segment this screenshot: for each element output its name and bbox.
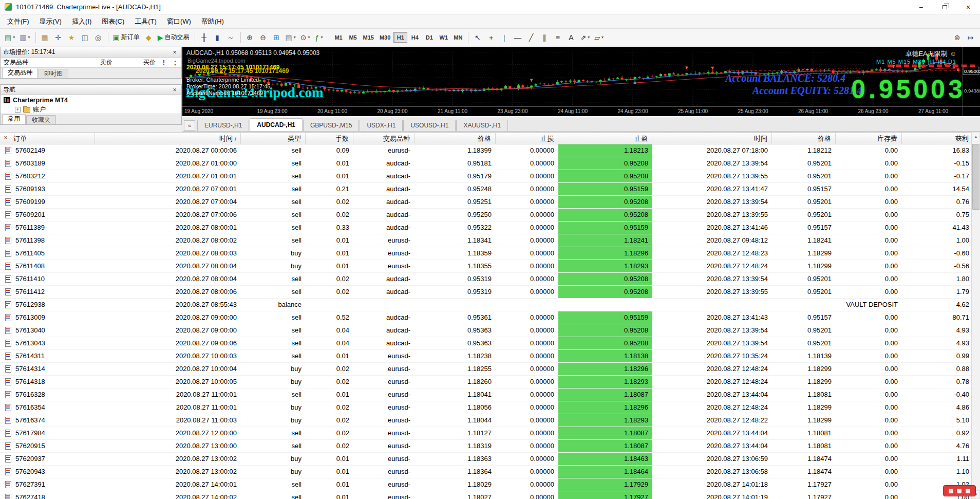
bar-chart-button[interactable]: ╫ xyxy=(198,31,211,44)
terminal-col-sl[interactable]: 止损 xyxy=(496,133,558,144)
menu-help[interactable]: 帮助(H) xyxy=(196,16,229,27)
terminal-button[interactable]: ◫ xyxy=(79,31,91,44)
tile-windows-button[interactable]: ⊞ xyxy=(270,31,283,44)
text-button[interactable]: A xyxy=(564,31,577,44)
autotrading-button[interactable]: ▶自动交易 xyxy=(156,31,192,44)
timeframe-m5[interactable]: M5 xyxy=(346,32,360,43)
indicators-button[interactable]: ƒ▾ xyxy=(313,31,326,44)
chart-tab-0[interactable]: EURUSD-,H1 xyxy=(197,120,249,131)
market-watch-header[interactable]: 市场报价: 15:17:41 × xyxy=(1,47,181,58)
chart-area[interactable]: 19 Aug 202019 Aug 23:0020 Aug 11:0020 Au… xyxy=(182,47,980,116)
menu-file[interactable]: 文件(F) xyxy=(2,16,34,27)
market-watch-col-ask[interactable]: 买价 xyxy=(116,58,159,67)
terminal-col-close-time[interactable]: 时间 xyxy=(652,133,772,144)
chart-canvas[interactable]: 19 Aug 202019 Aug 23:0020 Aug 11:0020 Au… xyxy=(182,47,980,116)
navigator-tab-1[interactable]: 收藏夹 xyxy=(26,115,56,124)
data-window-button[interactable]: ✛ xyxy=(52,31,65,44)
terminal-row[interactable]: 576091932020.08.27 07:00:01sell0.21audca… xyxy=(0,183,971,196)
terminal-row[interactable]: 576114122020.08.27 08:00:06sell0.02audca… xyxy=(0,286,971,299)
profiles-button[interactable]: ▥▾ xyxy=(17,31,32,44)
search-button[interactable]: ⊚ xyxy=(951,31,964,44)
nav-root-item[interactable]: Charterprime MT4 xyxy=(1,95,181,105)
terminal-row[interactable]: 576130092020.08.27 09:00:00sell0.52audca… xyxy=(0,311,971,324)
new-chart-button[interactable]: ▤▾ xyxy=(3,31,17,44)
chevron-up-icon[interactable]: ▴ xyxy=(174,59,176,63)
terminal-row[interactable]: 576143142020.08.27 10:00:04buy0.02eurusd… xyxy=(0,363,971,376)
terminal-row[interactable]: 576130432020.08.27 09:00:06sell0.04audca… xyxy=(0,337,971,350)
arrows-button[interactable]: ⇗▾ xyxy=(578,31,592,44)
terminal-col-swap[interactable]: 库存费 xyxy=(836,133,902,144)
menu-charts[interactable]: 图表(C) xyxy=(97,16,129,27)
market-watch-tab-1[interactable]: 即时图 xyxy=(39,69,68,78)
horizontal-line-button[interactable]: — xyxy=(511,31,524,44)
close-icon[interactable]: × xyxy=(171,48,179,57)
terminal-row[interactable]: 576114052020.08.27 08:00:03buy0.01eurusd… xyxy=(0,247,971,260)
terminal-row[interactable]: 576209152020.08.27 13:00:00sell0.02eurus… xyxy=(0,440,971,453)
market-watch-col-bid[interactable]: 卖价 xyxy=(72,58,116,67)
terminal-row[interactable]: 576032122020.08.27 01:00:01sell0.01audca… xyxy=(0,170,971,183)
terminal-row[interactable]: 576092012020.08.27 07:00:06sell0.02audca… xyxy=(0,209,971,221)
market-watch-tab-0[interactable]: 交易品种 xyxy=(2,68,38,78)
candlestick-button[interactable]: ▮ xyxy=(211,31,224,44)
vertical-line-button[interactable]: ｜ xyxy=(498,31,511,44)
trendline-button[interactable]: ╱ xyxy=(524,31,537,44)
terminal-row[interactable]: 576163742020.08.27 11:00:03buy0.02eurusd… xyxy=(0,414,971,427)
timeframe-d1[interactable]: D1 xyxy=(422,32,436,43)
terminal-col-type[interactable]: 类型 xyxy=(241,133,306,144)
timeframe-h4[interactable]: H4 xyxy=(408,32,422,43)
terminal-row[interactable]: 576130402020.08.27 09:00:00sell0.04audca… xyxy=(0,324,971,337)
timeframe-m30[interactable]: M30 xyxy=(377,32,393,43)
timeframe-mn[interactable]: MN xyxy=(451,32,465,43)
terminal-row[interactable]: 576113892020.08.27 08:00:01sell0.33audca… xyxy=(0,221,971,234)
menu-view[interactable]: 显示(V) xyxy=(34,16,67,27)
navigator-header[interactable]: 导航 × xyxy=(1,85,181,95)
chart-shift-button[interactable]: ↦ xyxy=(964,31,977,44)
chart-tab-2[interactable]: GBPUSD-,M15 xyxy=(303,120,359,131)
navigator-button[interactable]: ★ xyxy=(65,31,78,44)
chart-tab-scroll-button[interactable]: « xyxy=(184,120,195,131)
auto-arrange-button[interactable]: ▤▾ xyxy=(284,31,298,44)
terminal-row[interactable]: 576179842020.08.27 12:00:00sell0.02eurus… xyxy=(0,427,971,440)
close-icon[interactable]: × xyxy=(2,134,9,142)
terminal-row[interactable]: 576091992020.08.27 07:00:04sell0.02audca… xyxy=(0,196,971,209)
chevron-down-icon[interactable]: ▾ xyxy=(174,63,176,66)
menu-tools[interactable]: 工具(T) xyxy=(129,16,162,27)
terminal-col-profit[interactable]: 获利 xyxy=(902,133,973,144)
timeframe-m15[interactable]: M15 xyxy=(361,32,376,43)
market-watch-col-symbol[interactable]: 交易品种 xyxy=(1,58,72,67)
fibonacci-button[interactable]: ≡ xyxy=(551,31,564,44)
terminal-row[interactable]: 576273912020.08.27 14:00:01sell0.01eurus… xyxy=(0,478,971,491)
period-button[interactable]: ⊙▾ xyxy=(298,31,312,44)
vertical-scrollbar[interactable]: ▲ ▼ xyxy=(971,133,980,499)
new-order-button[interactable]: ▣新订单 xyxy=(111,31,142,44)
navigator-tab-0[interactable]: 常用 xyxy=(2,114,26,124)
restore-button[interactable] xyxy=(933,0,956,14)
chart-tab-5[interactable]: XAUUSD-,H1 xyxy=(456,120,508,131)
terminal-row[interactable]: 576113982020.08.27 08:00:02sell0.01eurus… xyxy=(0,234,971,247)
chart-tab-4[interactable]: USOUSD-,H1 xyxy=(403,120,456,131)
terminal-row[interactable]: 576163542020.08.27 11:00:01buy0.02eurusd… xyxy=(0,401,971,414)
terminal-row[interactable]: 576031892020.08.27 01:00:00sell0.01audca… xyxy=(0,157,971,170)
timeframe-h1[interactable]: H1 xyxy=(393,32,407,43)
terminal-row[interactable]: 576143182020.08.27 10:00:05buy0.02eurusd… xyxy=(0,376,971,389)
ime-tray-badge[interactable] xyxy=(943,485,976,496)
scroll-up-icon[interactable]: ▲ xyxy=(972,133,980,141)
timeframe-w1[interactable]: W1 xyxy=(437,32,450,43)
close-icon[interactable]: × xyxy=(171,86,179,94)
channel-button[interactable]: ∥ xyxy=(538,31,551,44)
terminal-col-tp[interactable]: 止盈 xyxy=(558,133,652,144)
chart-tab-3[interactable]: USDX-,H1 xyxy=(360,120,403,131)
zoom-out-button[interactable]: ⊖ xyxy=(257,31,270,44)
chart-tab-1[interactable]: AUDCAD-,H1 xyxy=(250,118,303,131)
market-watch-col-alert[interactable]: ! xyxy=(159,59,169,66)
terminal-row[interactable]: 576114082020.08.27 08:00:04buy0.01eurusd… xyxy=(0,260,971,273)
metaeditor-button[interactable]: ◆ xyxy=(142,31,155,44)
line-chart-button[interactable]: ～ xyxy=(224,31,237,44)
expand-icon[interactable]: + xyxy=(15,107,21,113)
terminal-col-lots[interactable]: 手数 xyxy=(306,133,353,144)
menu-insert[interactable]: 插入(I) xyxy=(67,16,97,27)
menu-window[interactable]: 窗口(W) xyxy=(162,16,196,27)
timeframe-m1[interactable]: M1 xyxy=(332,32,346,43)
terminal-col-order[interactable]: 订单 xyxy=(0,133,95,144)
terminal-row[interactable]: 576114102020.08.27 08:00:04sell0.02audca… xyxy=(0,273,971,286)
